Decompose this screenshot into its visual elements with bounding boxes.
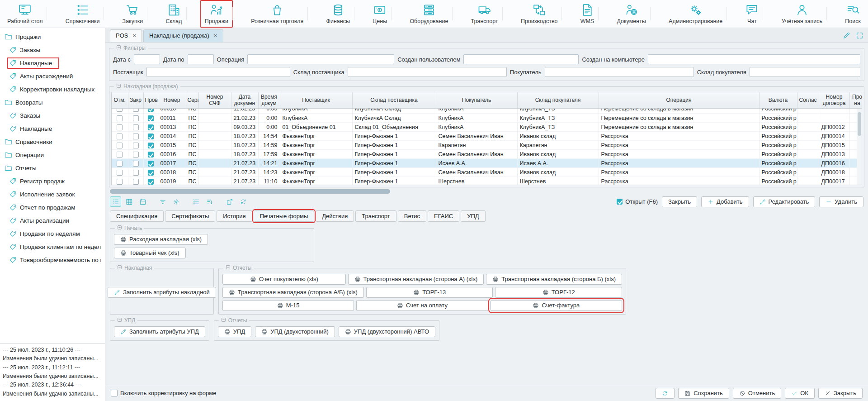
created-by-input[interactable] xyxy=(463,54,579,64)
tree-item[interactable]: Регистр продаж xyxy=(0,175,105,188)
fill-upd-attributes-button[interactable]: Заполнить атрибуты УПД xyxy=(114,326,205,337)
detail-tab[interactable]: Сертификаты xyxy=(165,210,215,222)
column-header[interactable]: Отм. xyxy=(112,92,128,108)
ribbon-item-production[interactable]: Производство xyxy=(516,0,562,28)
row-checkbox[interactable] xyxy=(148,134,154,139)
row-checkbox[interactable] xyxy=(133,124,139,130)
column-header[interactable]: Склад покупателя xyxy=(517,92,599,108)
ribbon-item-references[interactable]: Справочники xyxy=(61,0,104,28)
print-report-button[interactable]: ТОРГ-13 xyxy=(366,287,493,298)
scrollbar-thumb[interactable] xyxy=(858,112,861,136)
refresh-button[interactable] xyxy=(656,388,675,399)
row-checkbox[interactable] xyxy=(117,170,123,176)
delete-button[interactable]: Удалить xyxy=(819,196,863,207)
table-row[interactable]: 00019ПС21.07.2311:10ФьюженТоргГипер-Фьюж… xyxy=(112,177,862,185)
tree-item[interactable]: Операции xyxy=(0,148,105,162)
column-header[interactable]: Валюта xyxy=(759,92,797,108)
detail-tab[interactable]: ЕГАИС xyxy=(428,210,459,222)
row-checkbox[interactable] xyxy=(117,124,123,130)
ribbon-item-desktop[interactable]: Рабочий стол xyxy=(3,0,47,28)
tree-item[interactable]: Продажи по неделям xyxy=(0,227,105,240)
sort-list-button[interactable] xyxy=(204,196,215,207)
row-checkbox[interactable] xyxy=(148,179,154,185)
row-checkbox[interactable] xyxy=(133,161,139,167)
close-tab-icon[interactable]: × xyxy=(132,33,136,38)
row-checkbox[interactable] xyxy=(117,115,123,121)
open-checkbox-box[interactable] xyxy=(617,199,623,205)
ribbon-item-administration[interactable]: Администрирование xyxy=(664,0,727,28)
row-checkbox[interactable] xyxy=(133,109,139,112)
table-row[interactable]: 00010ПС11.02.230:00КлубникАКлубничкА Скл… xyxy=(112,109,862,114)
print-report-button[interactable]: Счет покупателю (xls) xyxy=(222,274,346,285)
column-header[interactable]: Дата докумен xyxy=(231,92,258,108)
supplier-input[interactable] xyxy=(146,67,290,77)
buyer-input[interactable] xyxy=(545,67,694,77)
table-row[interactable]: 00013ПС09.03.230:0001_Объединение 01Скла… xyxy=(112,123,862,132)
row-checkbox[interactable] xyxy=(133,143,139,148)
column-header[interactable]: Время докум xyxy=(258,92,280,108)
table-row[interactable]: 00011ПС21.02.230:00КлубникАКлубничкА Скл… xyxy=(112,114,862,123)
tree-item[interactable]: Корректировки накладных xyxy=(0,83,105,96)
row-checkbox[interactable] xyxy=(133,115,139,121)
ribbon-item-sales[interactable]: Продажи xyxy=(200,0,233,28)
table-row[interactable]: 00014ПС18.07.2314:54ФьюженТоргГипер-Фьюж… xyxy=(112,132,862,141)
date-to-input[interactable] xyxy=(188,54,214,64)
column-header[interactable]: Операция xyxy=(599,92,759,108)
tree-item[interactable]: Акты реализации xyxy=(0,214,105,227)
calendar-view-button[interactable] xyxy=(137,196,148,207)
detail-tab[interactable]: Транспорт xyxy=(355,210,396,222)
print-report-button[interactable]: Транспортная накладная (сторона Б) (xls) xyxy=(486,274,622,285)
print-report-button[interactable]: Расходная накладная (xls) xyxy=(114,234,208,245)
tree-item[interactable]: Исполнение заявок xyxy=(0,188,105,201)
tree-item[interactable]: Накладные xyxy=(0,122,105,135)
table-row[interactable]: 00017ПС21.07.2314:21ФьюженТоргГипер-Фьюж… xyxy=(112,159,862,168)
table-view-button[interactable] xyxy=(123,196,135,207)
refresh-grid-button[interactable] xyxy=(237,196,249,207)
detail-tab[interactable]: Спецификация xyxy=(110,210,164,222)
print-report-button[interactable]: Счет-фактура xyxy=(491,300,622,311)
row-checkbox[interactable] xyxy=(117,179,123,185)
date-from-input[interactable] xyxy=(134,54,160,64)
row-checkbox[interactable] xyxy=(148,170,154,176)
open-filter-checkbox[interactable]: Открыт (F6) xyxy=(617,198,658,205)
tree-item[interactable]: Акты расхождений xyxy=(0,70,105,83)
column-header[interactable]: Склад поставщика xyxy=(352,92,436,108)
tree-item[interactable]: Справочники xyxy=(0,135,105,148)
column-header[interactable]: Про на xyxy=(849,92,862,108)
detail-tab[interactable]: Ветис xyxy=(398,210,426,222)
include-correction-checkbox[interactable]: Включить корректировку на форме xyxy=(111,390,216,396)
save-button[interactable]: Сохранить xyxy=(678,388,729,399)
fill-invoice-attributes-button[interactable]: Заполнить атрибуты накладной xyxy=(108,287,216,298)
doc-tab[interactable]: POS× xyxy=(110,29,142,42)
row-checkbox[interactable] xyxy=(148,115,154,121)
column-header[interactable]: Пров xyxy=(143,92,158,108)
operation-input[interactable] xyxy=(247,54,394,64)
supplier-warehouse-input[interactable] xyxy=(348,67,507,77)
print-report-button[interactable]: УПД xyxy=(218,326,251,337)
collapse-icon[interactable] xyxy=(116,83,121,90)
ribbon-item-retail[interactable]: Розничная торговля xyxy=(246,0,308,28)
row-checkbox[interactable] xyxy=(133,152,139,158)
column-header[interactable]: Покупатель xyxy=(436,92,517,108)
tree-item[interactable]: Заказы xyxy=(0,109,105,122)
ribbon-item-transport[interactable]: Транспорт xyxy=(467,0,503,28)
column-header[interactable]: Соглас xyxy=(797,92,819,108)
row-checkbox[interactable] xyxy=(133,179,139,185)
print-report-button[interactable]: М-15 xyxy=(222,300,354,311)
table-row[interactable]: 00016ПС18.07.2317:59ФьюженТоргГипер-Фьюж… xyxy=(112,150,862,159)
ribbon-item-documents[interactable]: Документы xyxy=(612,0,650,28)
row-checkbox[interactable] xyxy=(148,124,154,130)
tree-item[interactable]: Заказы xyxy=(0,43,105,57)
scrollbar-thumb[interactable] xyxy=(110,189,390,194)
column-header[interactable]: Закр xyxy=(128,92,143,108)
row-checkbox[interactable] xyxy=(148,152,154,158)
ribbon-item-equipment[interactable]: Оборудование xyxy=(405,0,453,28)
export-button[interactable] xyxy=(224,196,235,207)
tree-item[interactable]: Продажи xyxy=(0,30,105,43)
row-checkbox[interactable] xyxy=(117,134,123,139)
ribbon-item-account[interactable]: Учётная запись xyxy=(777,0,827,28)
row-checkbox[interactable] xyxy=(148,109,154,112)
created-on-computer-input[interactable] xyxy=(648,54,860,64)
expand-view-button[interactable] xyxy=(856,32,863,39)
print-report-button[interactable]: Товарный чек (xls) xyxy=(114,248,186,258)
